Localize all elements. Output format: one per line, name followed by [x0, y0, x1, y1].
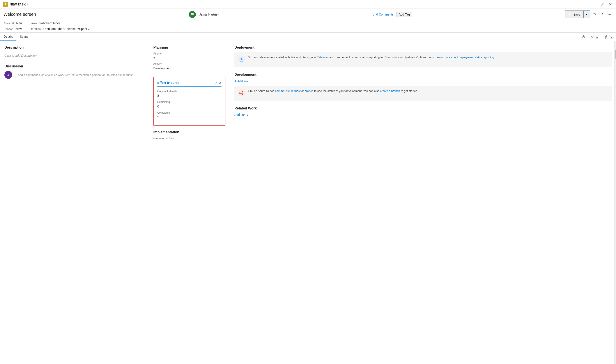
middle-panel: Planning Priority 2 Activity Development… [149, 41, 230, 364]
related-work-add-link-button[interactable]: Add link ∨ [234, 113, 612, 117]
dev-card-text: Link an Azure Repos commit, pull request… [248, 89, 418, 98]
save-dropdown-button[interactable]: ▾ [583, 11, 590, 18]
links-count: 1 [595, 35, 600, 39]
effort-header: Effort (Hours) ⤢ ∧ [157, 80, 221, 87]
related-work-section: Related Work Add link ∨ [234, 106, 612, 117]
create-branch-link[interactable]: create a branch [380, 89, 400, 92]
dev-text-5: to get started. [400, 89, 418, 92]
attachments-count: 0 [609, 35, 614, 39]
dev-text-2: , [284, 89, 286, 92]
priority-label: Priority [153, 52, 225, 55]
discussion-section-title: Discussion [4, 64, 144, 68]
add-tag-button[interactable]: Add Tag [396, 12, 412, 17]
completed-label: Completed [157, 111, 221, 114]
completed-field: Completed 2 [157, 111, 221, 119]
effort-expand-button[interactable]: ⤢ [214, 80, 217, 85]
save-arrow-icon: ▾ [586, 13, 588, 16]
tabs-right: 1 0 [580, 33, 616, 40]
development-card: Link an Azure Repos commit, pull request… [234, 86, 612, 101]
header-right: Save ▾ ↻ ↺ ⋯ [565, 11, 613, 18]
more-options-button[interactable]: ⋯ [606, 11, 613, 17]
save-main-button[interactable]: Save [565, 11, 583, 18]
add-link-icon: + [234, 79, 236, 83]
iteration-value[interactable]: Fabrikam Fiber\Release 2\Sprint 2 [43, 27, 90, 31]
comment-input[interactable]: Add a comment. Use # to link a work item… [15, 71, 144, 84]
tabs-area: Details Scans 1 0 [0, 33, 616, 41]
svg-point-6 [238, 89, 245, 96]
related-add-link-label: Add link [234, 113, 245, 117]
description-section-title: Description [4, 46, 144, 50]
task-icon: T [3, 2, 8, 7]
attachments-button[interactable]: 0 [603, 33, 616, 40]
planning-title: Planning [153, 46, 225, 50]
priority-value[interactable]: 2 [153, 56, 225, 62]
description-placeholder[interactable]: Click to add Description. [4, 52, 144, 59]
activity-value[interactable]: Development [153, 66, 225, 72]
development-title: Development [234, 73, 612, 77]
dev-text-1: Link an Azure Repos [248, 89, 275, 92]
deployment-card: To track releases associated with this w… [234, 52, 612, 67]
commit-link[interactable]: commit [275, 89, 284, 92]
state-label: State [3, 22, 10, 25]
history-icon [582, 35, 585, 39]
effort-title: Effort (Hours) [157, 81, 179, 84]
meta-bottom-row: Reason New Iteration Fabrikam Fiber\Rele… [0, 26, 616, 32]
releases-link[interactable]: Releases [317, 56, 329, 59]
deployment-title: Deployment [234, 46, 612, 50]
attachment-icon [605, 35, 608, 39]
original-estimate-label: Original Estimate [157, 90, 221, 93]
svg-point-9 [242, 93, 243, 95]
related-work-title: Related Work [234, 106, 612, 110]
deployment-icon [238, 55, 245, 64]
effort-box: Effort (Hours) ⤢ ∧ Original Estimate 8 R… [153, 77, 225, 126]
save-icon [568, 13, 572, 15]
pull-request-link[interactable]: pull request [286, 89, 301, 92]
deployment-text: To track releases associated with this w… [248, 55, 494, 60]
original-estimate-value[interactable]: 8 [157, 94, 221, 97]
close-button[interactable]: ✕ [608, 1, 613, 7]
page-title: Welcome screen [3, 12, 36, 17]
branch-link[interactable]: branch [305, 89, 313, 92]
dev-text-4: to see the status of your development. Y… [313, 89, 380, 92]
state-value[interactable]: New [16, 21, 22, 25]
development-add-link-label: Add link [237, 79, 248, 83]
effort-collapse-button[interactable]: ∧ [219, 80, 221, 85]
refresh-button[interactable]: ↻ [592, 11, 597, 17]
undo-button[interactable]: ↺ [599, 11, 605, 17]
remaining-value[interactable]: 6 [157, 104, 221, 108]
deployment-section: Deployment To track releases associated … [234, 46, 612, 67]
task-icon-letter: T [5, 3, 6, 6]
development-add-link-button[interactable]: + Add link [234, 79, 612, 83]
save-button-group: Save ▾ [565, 11, 590, 18]
scrollbar [614, 41, 616, 364]
comment-icon [372, 13, 375, 16]
window-title: NEW TASK * [10, 3, 28, 6]
reason-label: Reason [3, 27, 13, 31]
tab-details[interactable]: Details [0, 33, 16, 41]
scrollbar-thumb [615, 50, 616, 59]
learn-more-link[interactable]: Learn more about deployment status repor… [436, 56, 494, 59]
header-center: 0 Comments Add Tag [372, 12, 412, 17]
activity-label: Activity [153, 62, 225, 65]
right-panel-wrapper: Deployment To track releases associated … [230, 41, 616, 364]
meta-area: State New Area Fabrikam Fiber Reason New… [0, 20, 616, 33]
related-add-link-chevron: ∨ [246, 113, 248, 117]
header: Welcome screen JH Jamal Hartnett 0 Comme… [0, 9, 616, 20]
comments-count: 0 Comments [376, 13, 393, 16]
title-bar-left: T NEW TASK * [3, 2, 28, 7]
user-name: Jamal Hartnett [199, 13, 219, 16]
completed-value[interactable]: 2 [157, 115, 221, 119]
area-value[interactable]: Fabrikam Fiber [40, 21, 60, 25]
main-content: Description Click to add Description. Di… [0, 41, 616, 364]
discussion-section: Discussion J Add a comment. Use # to lin… [4, 64, 144, 84]
meta-top-row: State New Area Fabrikam Fiber [0, 20, 616, 26]
links-button[interactable]: 1 [588, 33, 602, 40]
reason-value[interactable]: New [15, 27, 22, 31]
comments-button[interactable]: 0 Comments [372, 13, 393, 16]
discussion-input-row: J Add a comment. Use # to link a work it… [4, 71, 144, 84]
original-estimate-field: Original Estimate 8 [157, 90, 221, 97]
history-button[interactable] [580, 34, 587, 40]
deployment-text-1: To track releases associated with this w… [248, 56, 317, 59]
tab-scans[interactable]: Scans [16, 33, 32, 41]
expand-button[interactable]: ⤢ [600, 1, 605, 7]
